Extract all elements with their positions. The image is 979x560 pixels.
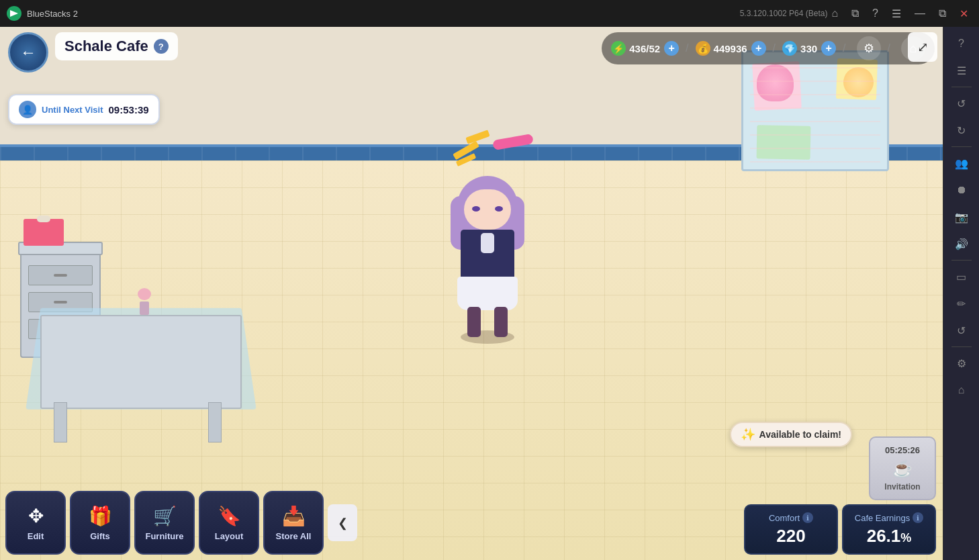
- titlebar-help-icon[interactable]: ?: [868, 6, 882, 21]
- sidebar-users-icon[interactable]: 👥: [947, 150, 976, 176]
- character-sparkles: [453, 134, 533, 174]
- comfort-value: 220: [755, 526, 827, 547]
- sidebar-record-icon[interactable]: ⏺: [947, 177, 976, 203]
- energy-value: 436/52: [629, 43, 660, 54]
- visit-timer: 09:53:39: [109, 104, 149, 115]
- action-buttons: ✥ Edit 🎁 Gifts 🛒 Furniture: [5, 491, 324, 555]
- store-all-icon: 📥: [282, 505, 306, 527]
- comfort-box: Comfort ℹ 220: [744, 504, 838, 555]
- cafe-earnings-title: Cafe Earnings ℹ: [853, 512, 925, 523]
- invitation-label: Invitation: [884, 482, 920, 492]
- edit-icon: ✥: [28, 505, 44, 527]
- store-all-button[interactable]: 📥 Store All: [263, 491, 324, 555]
- titlebar-close-icon[interactable]: ✕: [955, 6, 972, 21]
- resource-sep-3: /: [843, 42, 845, 54]
- cafe-earnings-value: 26.1%: [853, 526, 925, 547]
- sidebar-menu-icon[interactable]: ☰: [947, 58, 976, 83]
- gifts-button[interactable]: 🎁 Gifts: [70, 491, 130, 555]
- bluestacks-logo: [7, 6, 21, 21]
- resource-sep-1: /: [686, 42, 688, 54]
- titlebar-home-icon[interactable]: ⌂: [827, 6, 842, 21]
- layout-label: Layout: [215, 531, 244, 541]
- comfort-info-button[interactable]: ℹ: [802, 512, 813, 523]
- sidebar-refresh-icon[interactable]: ↻: [947, 118, 976, 143]
- currency-value: 449936: [714, 43, 747, 54]
- gifts-icon: 🎁: [89, 505, 112, 527]
- right-sidebar: ? ☰ ↺ ↻ 👥 ⏺ 📷 🔊 ▭ ✏ ↺ ⚙ ⌂: [943, 27, 979, 560]
- invitation-button[interactable]: 05:25:26 ☕ Invitation: [869, 436, 936, 500]
- furniture-button[interactable]: 🛒 Furniture: [134, 491, 195, 555]
- sidebar-divider-4: [951, 346, 972, 347]
- cafe-help-button[interactable]: ?: [154, 39, 169, 54]
- metrics-row: Comfort ℹ 220 Cafe Earnings ℹ: [744, 504, 936, 555]
- hud-resources: ⚡ 436/52 + / 💰 449936 + / 💎 330: [602, 32, 935, 64]
- settings-button[interactable]: ⚙: [857, 36, 881, 60]
- gifts-label: Gifts: [90, 531, 110, 541]
- store-all-label: Store All: [276, 531, 312, 541]
- energy-icon: ⚡: [611, 41, 626, 56]
- sidebar-divider-2: [951, 146, 972, 147]
- sidebar-divider-3: [951, 260, 972, 261]
- furniture-label: Furniture: [145, 531, 183, 541]
- title-bar-text: BlueStacks 2: [27, 9, 736, 19]
- furniture-icon: 🛒: [153, 505, 177, 527]
- gift-box: [24, 219, 64, 246]
- resource-sep-2: /: [773, 42, 776, 54]
- visit-badge: 👤 Until Next Visit 09:53:39: [8, 94, 160, 125]
- cafe-earnings-info-button[interactable]: ℹ: [913, 512, 923, 523]
- cafe-title-text: Schale Cafe: [64, 38, 148, 55]
- visit-label: Until Next Visit: [42, 105, 103, 115]
- edit-button[interactable]: ✥ Edit: [5, 491, 66, 555]
- invitation-timer: 05:25:26: [885, 445, 920, 455]
- energy-plus-button[interactable]: +: [664, 41, 679, 56]
- collapse-button[interactable]: ❮: [328, 504, 357, 541]
- titlebar-restore-icon[interactable]: ⧉: [935, 6, 950, 21]
- sidebar-home-icon[interactable]: ⌂: [947, 377, 976, 403]
- game-hud: Schale Cafe ? ⚡ 436/52 + / 💰 449936: [0, 27, 943, 94]
- bluestacks-frame: BlueStacks 2 5.3.120.1002 P64 (Beta) ⌂ ⧉…: [0, 0, 979, 560]
- gems-plus-button[interactable]: +: [821, 41, 836, 56]
- sidebar-help-icon[interactable]: ?: [947, 31, 976, 56]
- sidebar-brush-icon[interactable]: ✏: [947, 291, 976, 316]
- cafe-title-panel: Schale Cafe ?: [55, 32, 178, 60]
- layout-button[interactable]: 🔖 Layout: [199, 491, 259, 555]
- titlebar-minimize-icon[interactable]: —: [911, 6, 929, 21]
- title-bar: BlueStacks 2 5.3.120.1002 P64 (Beta) ⌂ ⧉…: [0, 0, 979, 27]
- bottom-bar: ✥ Edit 🎁 Gifts 🛒 Furniture: [0, 486, 943, 560]
- main-area: Schale Cafe ? ⚡ 436/52 + / 💰 449936: [0, 27, 979, 560]
- stats-panel: 05:25:26 ☕ Invitation Comfort ℹ 220: [744, 436, 936, 555]
- energy-resource: ⚡ 436/52: [611, 41, 660, 56]
- gems-value: 330: [800, 43, 817, 54]
- sidebar-download-icon[interactable]: ↺: [947, 318, 976, 343]
- sidebar-camera-icon[interactable]: 📷: [947, 204, 976, 230]
- title-bar-controls: ⌂ ⧉ ? ☰ — ⧉ ✕: [827, 6, 972, 21]
- sidebar-divider-1: [951, 87, 972, 87]
- currency-icon: 💰: [696, 41, 710, 56]
- sidebar-volume-icon[interactable]: 🔊: [947, 231, 976, 256]
- cafe-earnings-box: Cafe Earnings ℹ 26.1%: [842, 504, 936, 555]
- back-button[interactable]: [8, 32, 48, 73]
- currency-resource: 💰 449936: [696, 41, 747, 56]
- flower-vase: [134, 288, 154, 315]
- sidebar-settings-icon[interactable]: ⚙: [947, 351, 976, 376]
- titlebar-menu-icon[interactable]: ☰: [888, 6, 905, 21]
- edit-label: Edit: [28, 531, 44, 541]
- sidebar-window-icon[interactable]: ▭: [947, 264, 976, 289]
- cafe-table: [13, 295, 269, 442]
- layout-icon: 🔖: [218, 505, 241, 527]
- gems-resource: 💎 330: [782, 41, 817, 56]
- expand-button[interactable]: ⤢: [908, 32, 937, 62]
- resource-sep-4: /: [888, 42, 890, 54]
- currency-plus-button[interactable]: +: [751, 41, 766, 56]
- title-bar-version: 5.3.120.1002 P64 (Beta): [740, 9, 828, 18]
- visit-icon: 👤: [19, 101, 36, 118]
- comfort-title: Comfort ℹ: [755, 512, 827, 523]
- titlebar-duplicate-icon[interactable]: ⧉: [847, 6, 863, 21]
- sidebar-rotate-icon[interactable]: ↺: [947, 91, 976, 116]
- invitation-icon: ☕: [892, 459, 913, 478]
- gems-icon: 💎: [782, 41, 797, 56]
- game-viewport: Schale Cafe ? ⚡ 436/52 + / 💰 449936: [0, 27, 943, 560]
- character: [447, 176, 528, 337]
